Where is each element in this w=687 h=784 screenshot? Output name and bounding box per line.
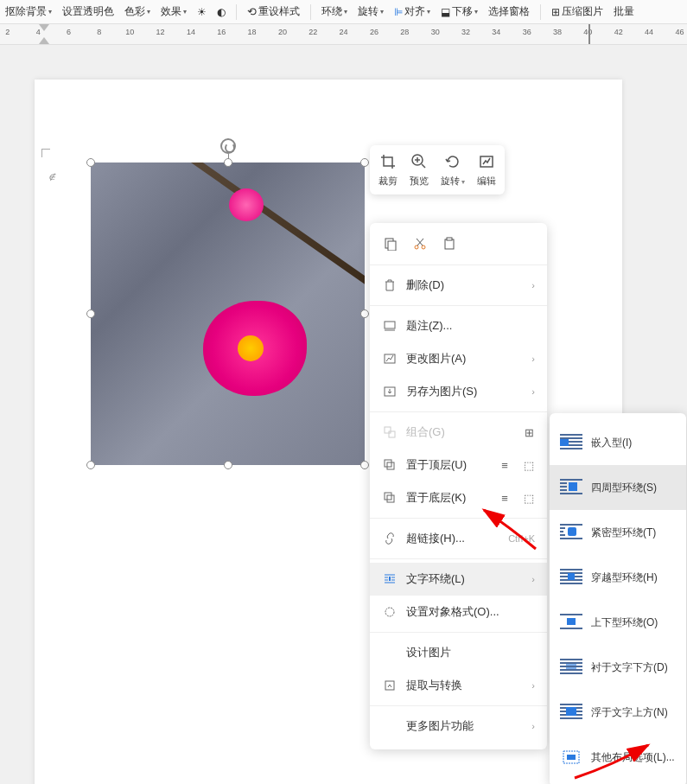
- menu-format-obj-label: 设置对象格式(O)...: [406, 604, 535, 620]
- align-button[interactable]: ⊫对齐▾: [392, 3, 432, 21]
- submenu-through-label: 穿越型环绕(H): [591, 570, 658, 585]
- svg-rect-7: [447, 238, 452, 240]
- menu-hyperlink[interactable]: 超链接(H)... Ctrl+K: [370, 522, 547, 555]
- submenu-behind-label: 衬于文字下方(D): [591, 660, 668, 675]
- brightness-icon[interactable]: ☀: [195, 4, 208, 20]
- trash-icon: [382, 277, 398, 293]
- set-transparent-button[interactable]: 设置透明色: [60, 3, 116, 21]
- chevron-right-icon: ›: [531, 574, 535, 584]
- menu-bring-front[interactable]: 置于顶层(U) ≡ ⬚: [370, 449, 547, 481]
- crop-button[interactable]: 裁剪: [378, 152, 398, 188]
- submenu-tight[interactable]: 紧密型环绕(T): [550, 510, 686, 555]
- selected-image[interactable]: [91, 163, 365, 465]
- separator: [540, 4, 541, 20]
- wrap-button[interactable]: 环绕▾: [320, 3, 349, 21]
- effect-button[interactable]: 效果▾: [159, 3, 188, 21]
- batch-label: 批量: [614, 4, 634, 19]
- chevron-right-icon: ›: [531, 680, 535, 691]
- send-back-icon: [382, 490, 398, 506]
- menu-design-pic[interactable]: 设计图片: [370, 636, 547, 669]
- separator: [236, 4, 237, 20]
- text-wrap-submenu: 嵌入型(I) 四周型环绕(S) 紧密型环绕(T) 穿越型环绕(H) 上下型环绕(…: [550, 413, 686, 784]
- compress-label: 压缩图片: [562, 4, 603, 19]
- menu-send-back[interactable]: 置于底层(K) ≡ ⬚: [370, 481, 547, 514]
- menu-save-as-pic-label: 另存为图片(S): [406, 384, 523, 399]
- context-menu: 删除(D) › 题注(Z)... 更改图片(A) › 另存为图片(S) › 组合…: [370, 223, 547, 749]
- text-wrap-icon: [382, 571, 398, 587]
- compress-button[interactable]: ⊞压缩图片: [550, 3, 605, 21]
- edit-label: 编辑: [477, 175, 496, 188]
- batch-button[interactable]: 批量: [612, 3, 636, 21]
- submenu-behind[interactable]: 衬于文字下方(D): [550, 645, 686, 690]
- link-icon: [382, 531, 398, 546]
- submenu-front[interactable]: 浮于文字上方(N): [550, 690, 686, 735]
- chevron-right-icon: ›: [531, 721, 535, 731]
- resize-handle-mr[interactable]: [360, 309, 369, 318]
- resize-handle-ml[interactable]: [86, 309, 95, 318]
- reset-style-button[interactable]: ⟲重设样式: [245, 3, 302, 21]
- menu-format-obj[interactable]: 设置对象格式(O)...: [370, 596, 547, 628]
- submenu-tight-label: 紧密型环绕(T): [591, 526, 656, 540]
- menu-change-pic[interactable]: 更改图片(A) ›: [370, 342, 547, 375]
- ruler: 2468101214161820222426283032343638404244…: [0, 24, 687, 45]
- submenu-inline-label: 嵌入型(I): [591, 436, 632, 450]
- edit-icon: [477, 152, 496, 171]
- menu-design-pic-label: 设计图片: [406, 645, 535, 660]
- menu-extract[interactable]: 提取与转换 ›: [370, 669, 547, 702]
- contrast-icon[interactable]: ◐: [215, 4, 227, 20]
- rotate-icon: [443, 152, 462, 171]
- resize-handle-bl[interactable]: [86, 461, 95, 469]
- change-pic-icon: [382, 351, 398, 367]
- submenu-top-bottom[interactable]: 上下型环绕(O): [550, 600, 686, 645]
- submenu-more-layout[interactable]: 其他布局选项(L)...: [550, 735, 686, 780]
- menu-more-pic[interactable]: 更多图片功能 ›: [370, 710, 547, 743]
- svg-point-5: [422, 245, 425, 249]
- resize-handle-tl[interactable]: [86, 158, 95, 167]
- rotate-button[interactable]: 旋转▾: [356, 3, 385, 21]
- resize-handle-bm[interactable]: [224, 461, 232, 469]
- send-back-extra2[interactable]: ⬚: [519, 488, 538, 507]
- color-button[interactable]: 色彩▾: [123, 3, 152, 21]
- svg-rect-21: [567, 755, 576, 760]
- margin-marker[interactable]: [588, 24, 590, 45]
- group-extra-icon: ⊞: [519, 423, 538, 442]
- separator: [310, 4, 311, 20]
- menu-delete[interactable]: 删除(D) ›: [370, 269, 547, 302]
- submenu-more-layout-label: 其他布局选项(L)...: [591, 750, 675, 765]
- rotate-label-float: 旋转: [441, 175, 460, 186]
- cut-icon[interactable]: [411, 235, 429, 252]
- svg-rect-11: [385, 427, 391, 433]
- bring-front-extra1[interactable]: ≡: [495, 456, 514, 475]
- select-pane-button[interactable]: 选择窗格: [487, 3, 531, 21]
- move-down-label: 下移: [452, 4, 473, 19]
- svg-rect-6: [445, 239, 454, 249]
- save-pic-icon: [382, 384, 398, 399]
- remove-bg-label: 抠除背景: [5, 4, 47, 19]
- paste-icon[interactable]: [441, 235, 458, 252]
- more-layout-icon: [558, 748, 584, 767]
- edit-button[interactable]: 编辑: [477, 152, 496, 188]
- move-down-button[interactable]: ⬓下移▾: [439, 3, 480, 21]
- menu-save-as-pic[interactable]: 另存为图片(S) ›: [370, 375, 547, 408]
- wrap-label: 环绕: [321, 4, 342, 19]
- bring-front-extra2[interactable]: ⬚: [519, 456, 538, 475]
- resize-handle-tm[interactable]: [224, 158, 232, 167]
- submenu-inline[interactable]: 嵌入型(I): [550, 420, 686, 465]
- crop-label: 裁剪: [378, 175, 398, 188]
- resize-handle-br[interactable]: [360, 461, 369, 469]
- svg-rect-3: [388, 241, 396, 251]
- remove-bg-button[interactable]: 抠除背景▾: [3, 3, 54, 21]
- send-back-extra1[interactable]: ≡: [495, 488, 514, 507]
- rotate-button-float[interactable]: 旋转 ▾: [441, 152, 465, 188]
- menu-caption[interactable]: 题注(Z)...: [370, 309, 547, 342]
- menu-change-pic-label: 更改图片(A): [406, 351, 523, 367]
- preview-button[interactable]: 预览: [410, 152, 429, 188]
- copy-icon[interactable]: [382, 235, 399, 252]
- submenu-square[interactable]: 四周型环绕(S): [550, 465, 686, 510]
- menu-delete-label: 删除(D): [406, 277, 523, 293]
- submenu-through[interactable]: 穿越型环绕(H): [550, 555, 686, 600]
- resize-handle-tr[interactable]: [360, 158, 369, 167]
- menu-text-wrap[interactable]: 文字环绕(L) ›: [370, 563, 547, 596]
- rotate-handle[interactable]: [220, 138, 236, 154]
- extract-icon: [382, 678, 398, 693]
